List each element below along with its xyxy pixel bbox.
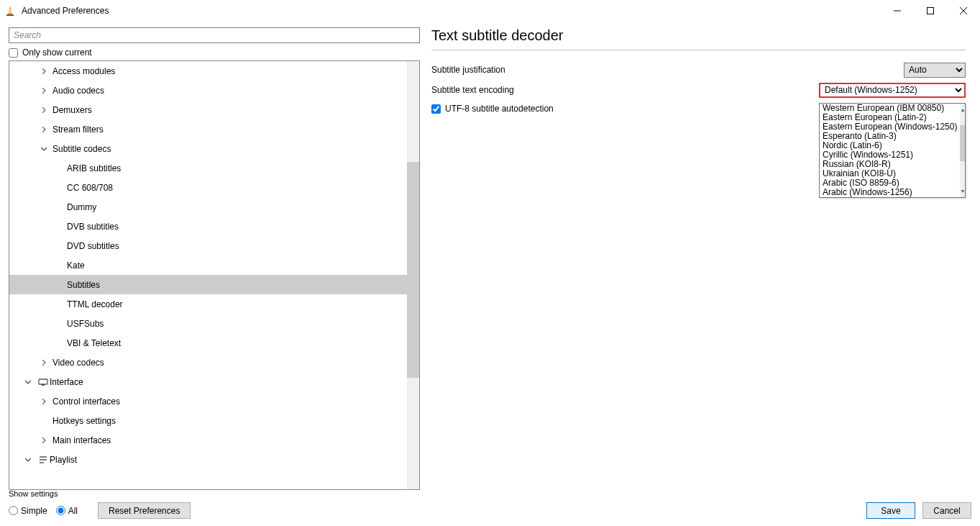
tree-item-label: TTML decoder xyxy=(67,299,123,309)
scroll-up-arrow[interactable]: ▴ xyxy=(960,104,965,116)
tree-item[interactable]: ARIB subtitles xyxy=(9,158,407,178)
left-pane: Only show current Access modulesAudio co… xyxy=(9,27,420,490)
tree-item[interactable]: Video codecs xyxy=(9,353,407,372)
tree-item-label: Hotkeys settings xyxy=(52,416,116,426)
utf8-autodetect-label: UTF-8 subtitle autodetection xyxy=(445,104,554,114)
tree-item[interactable]: Subtitles xyxy=(9,275,407,294)
tree-item-label: USFSubs xyxy=(67,319,104,329)
playlist-icon xyxy=(37,455,50,465)
chevron-right-icon[interactable] xyxy=(40,360,48,366)
scrollbar-thumb[interactable] xyxy=(407,162,419,378)
svg-rect-5 xyxy=(928,8,934,14)
tree-item[interactable]: TTML decoder xyxy=(9,294,407,314)
tree-item[interactable]: Interface xyxy=(9,372,407,391)
tree-item-label: Demuxers xyxy=(52,105,92,115)
tree-container: Access modulesAudio codecsDemuxersStream… xyxy=(9,60,420,490)
tree-item-label: ARIB subtitles xyxy=(67,163,121,173)
tree-item[interactable]: VBI & Teletext xyxy=(9,333,407,353)
tree-item-label: VBI & Teletext xyxy=(67,338,121,348)
minimize-button[interactable] xyxy=(881,0,914,22)
reset-preferences-button[interactable]: Reset Preferences xyxy=(98,502,191,519)
chevron-down-icon[interactable] xyxy=(24,457,32,463)
svg-rect-9 xyxy=(42,384,45,386)
encoding-select[interactable]: Default (Windows-1252) xyxy=(819,83,966,98)
window-controls xyxy=(881,0,980,22)
tree-view[interactable]: Access modulesAudio codecsDemuxersStream… xyxy=(9,61,407,489)
titlebar: Advanced Preferences xyxy=(0,0,980,22)
tree-item-label: Video codecs xyxy=(52,358,104,368)
justification-label: Subtitle justification xyxy=(431,65,505,75)
tree-item[interactable]: Playlist xyxy=(9,450,407,469)
only-show-current-label: Only show current xyxy=(22,47,92,58)
tree-item-label: Control interfaces xyxy=(52,396,120,407)
chevron-right-icon[interactable] xyxy=(40,88,48,94)
svg-rect-2 xyxy=(9,12,12,13)
chevron-right-icon[interactable] xyxy=(40,437,48,443)
radio-simple[interactable] xyxy=(9,506,18,515)
encoding-label: Subtitle text encoding xyxy=(431,85,514,95)
right-pane: Text subtitle decoder Subtitle justifica… xyxy=(431,27,971,490)
chevron-right-icon[interactable] xyxy=(40,127,48,132)
maximize-button[interactable] xyxy=(914,0,947,22)
chevron-right-icon[interactable] xyxy=(40,107,48,113)
tree-scrollbar[interactable] xyxy=(407,61,419,489)
search-input[interactable] xyxy=(9,27,420,43)
close-button[interactable] xyxy=(947,0,980,22)
chevron-right-icon[interactable] xyxy=(40,68,48,74)
tree-item-label: DVD subtitles xyxy=(67,241,119,251)
tree-item[interactable]: Demuxers xyxy=(9,100,407,119)
tree-item-label: CC 608/708 xyxy=(67,183,113,193)
radio-simple-label[interactable]: Simple xyxy=(9,506,47,516)
tree-item-label: Interface xyxy=(50,377,83,387)
tree-item-label: Subtitles xyxy=(67,280,100,290)
radio-all[interactable] xyxy=(56,506,65,515)
chevron-right-icon[interactable] xyxy=(40,399,48,404)
save-button[interactable]: Save xyxy=(866,502,915,519)
tree-item[interactable]: Hotkeys settings xyxy=(9,411,407,430)
tree-item[interactable]: Control interfaces xyxy=(9,391,407,411)
tree-item[interactable]: CC 608/708 xyxy=(9,178,407,197)
bottom-bar: Show settings Simple All Reset Preferenc… xyxy=(0,490,980,526)
svg-rect-8 xyxy=(39,379,47,384)
tree-item-label: Dummy xyxy=(67,202,96,212)
tree-item[interactable]: Dummy xyxy=(9,197,407,217)
tree-item-label: Main interfaces xyxy=(52,435,111,445)
window-title: Advanced Preferences xyxy=(22,6,109,16)
interface-icon xyxy=(37,377,50,387)
tree-item-label: Playlist xyxy=(50,455,77,465)
tree-item[interactable]: Subtitle codecs xyxy=(9,139,407,158)
tree-item[interactable]: Audio codecs xyxy=(9,81,407,100)
svg-rect-1 xyxy=(9,9,12,11)
tree-item-label: Kate xyxy=(67,260,85,271)
tree-item[interactable]: DVB subtitles xyxy=(9,217,407,236)
tree-item[interactable]: DVD subtitles xyxy=(9,236,407,255)
chevron-down-icon[interactable] xyxy=(40,146,48,152)
vlc-cone-icon xyxy=(4,5,16,17)
tree-item[interactable]: Access modules xyxy=(9,61,407,81)
scroll-down-arrow[interactable]: ▾ xyxy=(960,185,965,197)
tree-item-label: Subtitle codecs xyxy=(52,144,111,154)
cancel-button[interactable]: Cancel xyxy=(922,502,971,519)
tree-item[interactable]: USFSubs xyxy=(9,314,407,333)
tree-item-label: Access modules xyxy=(52,66,115,76)
tree-item[interactable]: Stream filters xyxy=(9,119,407,139)
tree-item[interactable]: Main interfaces xyxy=(9,430,407,450)
tree-item-label: Audio codecs xyxy=(52,86,104,96)
only-show-current-checkbox[interactable] xyxy=(9,48,18,58)
justification-select[interactable]: Auto xyxy=(904,63,966,78)
show-settings-label: Show settings xyxy=(9,489,191,498)
svg-rect-3 xyxy=(6,14,14,16)
chevron-down-icon[interactable] xyxy=(24,379,32,385)
utf8-autodetect-checkbox[interactable] xyxy=(431,104,441,114)
panel-title: Text subtitle decoder xyxy=(431,27,966,50)
dropdown-scrollbar-thumb[interactable] xyxy=(960,125,965,161)
dropdown-scrollbar[interactable]: ▴ ▾ xyxy=(960,104,965,197)
encoding-dropdown-list[interactable]: Western European (IBM 00850)Eastern Euro… xyxy=(819,103,966,198)
radio-all-label[interactable]: All xyxy=(56,506,78,516)
tree-item[interactable]: Kate xyxy=(9,255,407,275)
tree-item-label: DVB subtitles xyxy=(67,222,119,232)
tree-item-label: Stream filters xyxy=(52,124,104,135)
encoding-option[interactable]: Arabic (Windows-1256) xyxy=(820,188,960,197)
